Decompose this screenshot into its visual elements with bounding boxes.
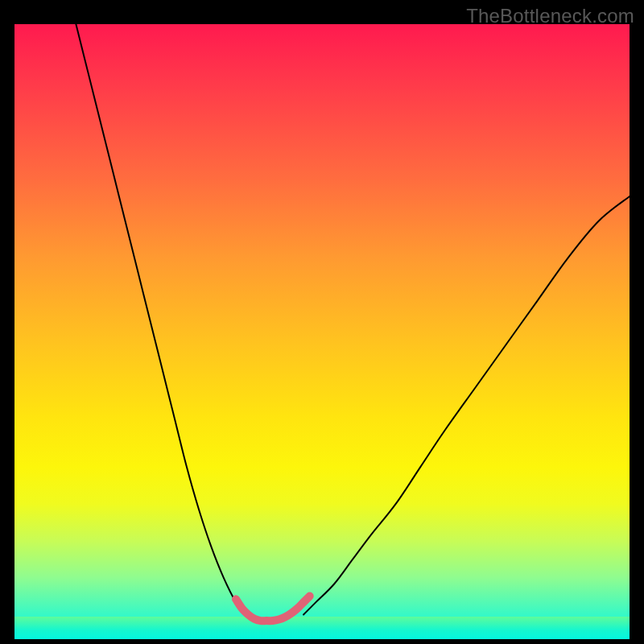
chart-svg (14, 24, 630, 639)
series-bottom-highlight (236, 597, 310, 621)
series-right-curve (303, 196, 630, 615)
watermark-text: TheBottleneck.com (466, 5, 634, 27)
series-left-curve (76, 24, 245, 614)
chart-area (14, 24, 630, 639)
